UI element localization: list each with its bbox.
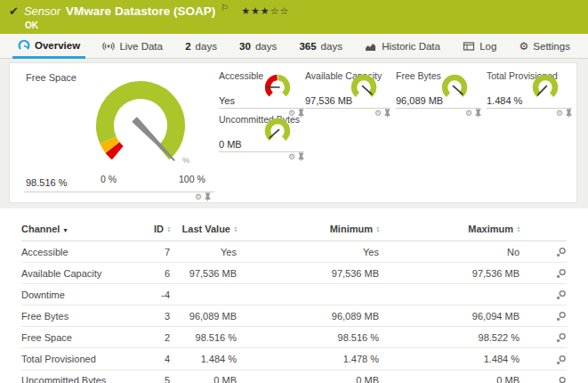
gauge-value: 0 MB [219, 139, 242, 150]
tab-label: Log [479, 41, 496, 52]
gear-icon[interactable]: ⚙ [556, 110, 563, 118]
column-header-id[interactable]: ID▴▾ [133, 219, 170, 241]
column-header-minimum[interactable]: Minimum▴▾ [237, 219, 379, 241]
cell-id: 5 [133, 370, 170, 383]
channel-settings-icon[interactable] [520, 306, 567, 327]
column-label: Channel [21, 224, 60, 234]
gauge-card-available-capacity: Available Capacity 97,536 MB ⚙ [305, 70, 391, 117]
table-row[interactable]: Uncommitted Bytes50 MB0 MB0 MB [21, 370, 567, 383]
gauge-card-uncommitted-bytes: Uncommitted Bytes 0 MB ⚙ [219, 114, 304, 160]
table-row[interactable]: Accessible7YesYesNo [21, 241, 567, 263]
cell-id: -4 [133, 284, 170, 306]
tab-30-days[interactable]: 30 days [234, 34, 282, 59]
cell-channel: Downtime [21, 284, 133, 306]
column-header-last-value[interactable]: Last Value▴▾ [170, 219, 237, 241]
tab-365-days[interactable]: 365 days [294, 34, 347, 59]
card-icons: ⚙ [288, 152, 304, 161]
tab-label: Settings [533, 41, 570, 52]
pin-icon[interactable] [298, 152, 304, 161]
cell-last: 98.516 % [170, 327, 237, 348]
gear-icon[interactable]: ⚙ [465, 110, 472, 118]
cell-max: 1.484 % [379, 348, 520, 370]
cell-last: 1.484 % [170, 348, 237, 370]
channel-table: Channel▾ ID▴▾ Last Value▴▾ Minimum▴▾ Max… [21, 219, 567, 383]
tab-label: Overview [35, 40, 80, 51]
tab-label: days [196, 41, 217, 52]
gauge-axis-min: 0 % [101, 174, 117, 184]
historic-data-icon [365, 40, 377, 53]
cell-min: Yes [237, 241, 379, 263]
tab-number: 365 [299, 41, 316, 52]
pin-icon[interactable] [475, 109, 481, 118]
gauge-value: Yes [219, 95, 235, 106]
tab-bar: Overview Live Data 2 days 30 days 365 da… [0, 34, 588, 59]
cell-min: 98.516 % [237, 327, 379, 348]
cell-channel: Uncommitted Bytes [21, 370, 133, 383]
table-row[interactable]: Available Capacity697,536 MB97,536 MB97,… [21, 263, 567, 284]
card-icons: ⚙ [195, 192, 211, 201]
sort-desc-icon: ▾ [63, 226, 67, 234]
channel-settings-icon[interactable] [520, 263, 567, 284]
total-provisioned-gauge[interactable] [524, 71, 567, 107]
gauges-panel: Free Space % 0 % 100 % 98.516 % ⚙ Access… [9, 62, 577, 203]
gauges-strip: Free Space % 0 % 100 % 98.516 % ⚙ Access… [0, 59, 588, 208]
cell-last: Yes [170, 241, 237, 263]
channel-settings-icon[interactable] [520, 370, 567, 383]
accessible-gauge[interactable] [256, 71, 299, 107]
gauge-value: 1.484 % [487, 95, 522, 106]
pin-icon[interactable] [205, 192, 211, 201]
sensor-header: ✔ Sensor VMware Datastore (SOAP) ⚐ ★★★☆☆… [0, 0, 588, 34]
tab-label: days [255, 41, 277, 52]
cell-max: 0 MB [379, 370, 520, 383]
cell-max: 96,094 MB [379, 306, 520, 327]
cell-max: 97,536 MB [379, 263, 520, 284]
object-kind-label: Sensor [24, 4, 60, 18]
gear-icon[interactable]: ⚙ [288, 153, 295, 161]
gear-icon[interactable]: ⚙ [195, 193, 202, 201]
gauge-value: 96,089 MB [396, 95, 443, 106]
sensor-title: VMware Datastore (SOAP) [66, 4, 215, 18]
log-icon [463, 40, 475, 53]
tab-log[interactable]: Log [457, 34, 502, 59]
priority-stars[interactable]: ★★★☆☆ [241, 5, 289, 17]
tab-overview[interactable]: Overview [12, 34, 85, 59]
priority-flag-icon[interactable]: ⚐ [221, 3, 229, 12]
cell-min: 0 MB [237, 370, 379, 383]
tab-settings[interactable]: ⚙ Settings [514, 34, 576, 59]
tab-historic-data[interactable]: Historic Data [359, 34, 446, 59]
uncommitted-bytes-gauge[interactable] [256, 115, 299, 151]
pin-icon[interactable] [566, 109, 572, 118]
gear-icon[interactable]: ⚙ [375, 110, 382, 118]
card-icons: ⚙ [465, 109, 481, 118]
tab-2-days[interactable]: 2 days [180, 34, 222, 59]
column-label: Minimum [330, 224, 373, 234]
channel-settings-icon[interactable] [520, 284, 567, 306]
card-divider [24, 192, 214, 192]
live-data-icon [102, 40, 115, 53]
cell-id: 2 [133, 327, 170, 348]
sensor-overview-page: ✔ Sensor VMware Datastore (SOAP) ⚐ ★★★☆☆… [0, 0, 588, 383]
tab-live-data[interactable]: Live Data [97, 34, 168, 59]
tab-number: 2 [185, 41, 190, 52]
tab-label: Historic Data [382, 41, 440, 52]
sort-icon: ▴▾ [167, 225, 170, 233]
table-row[interactable]: Total Provisioned41.484 %1.478 %1.484 % [21, 348, 567, 370]
column-label: Maximum [468, 224, 513, 234]
column-header-maximum[interactable]: Maximum▴▾ [379, 219, 520, 241]
status-ok-check-icon: ✔ [9, 4, 19, 18]
cell-id: 3 [133, 306, 170, 327]
channel-settings-icon[interactable] [520, 241, 567, 263]
gauge-axis-max: 100 % [179, 174, 205, 184]
column-label: ID [154, 224, 164, 234]
cell-last: 0 MB [170, 370, 237, 383]
tab-number: 30 [239, 41, 251, 52]
channel-settings-icon[interactable] [520, 348, 567, 370]
table-row[interactable]: Downtime-4 [21, 284, 567, 306]
table-row[interactable]: Free Space298.516 %98.516 %98.522 % [21, 327, 567, 348]
pin-icon[interactable] [384, 109, 391, 118]
table-row[interactable]: Free Bytes396,089 MB96,089 MB96,094 MB [21, 306, 567, 327]
channel-settings-icon[interactable] [520, 327, 567, 348]
card-icons: ⚙ [375, 109, 391, 118]
tab-label: Live Data [119, 41, 163, 52]
column-header-channel[interactable]: Channel▾ [21, 219, 133, 241]
